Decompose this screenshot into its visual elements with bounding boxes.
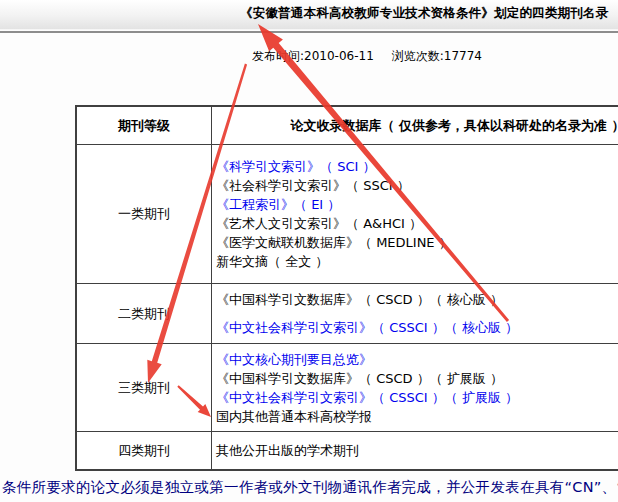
journal-link-sci[interactable]: 《科学引文索引》（ SCI ） [216,157,618,176]
journal-text-ahci: 《艺术人文引文索引》（ A&HCI ） [216,214,618,233]
page-title: 《安徽普通本科高校教师专业技术资格条件》划定的四类期刊名录 [240,5,608,22]
journal-link-cssci-extended[interactable]: 《中文社会科学引文索引》（ CSSCI ）（ 扩展版 ） [216,388,618,407]
journal-text-ssci: 《社会科学引文索引》（ SSCI ） [216,176,618,195]
category-label: 三类期刊 [77,344,212,431]
table-row-category-3: 三类期刊 《中文核心期刊要目总览》 《中国科学引文数据库》（ CSCD ）（ 扩… [77,344,618,432]
header-journal-level: 期刊等级 [77,107,212,144]
journal-text-other-published: 其他公开出版的学术期刊 [216,441,618,460]
publish-date: 发布时间:2010-06-11 [252,49,374,63]
journal-text-medline: 《医学文献联机数据库》（ MEDLINE ） [216,233,618,252]
table-row-category-2: 二类期刊 《中国科学引文数据库》（ CSCD ）（ 核心版 ） 《中文社会科学引… [77,284,618,344]
journal-link-ei[interactable]: 《工程索引》（ EI ） [216,195,618,214]
journal-text-cscd-core: 《中国科学引文数据库》（ CSCD ）（ 核心版 ） [216,286,618,314]
footer-requirement-note: 条件所要求的论文必须是独立或第一作者或外文刊物通讯作者完成，并公开发表在具有“C… [2,477,618,497]
journal-link-core-journal-overview[interactable]: 《中文核心期刊要目总览》 [216,350,618,369]
category-2-entries: 《中国科学引文数据库》（ CSCD ）（ 核心版 ） 《中文社会科学引文索引》（… [212,284,618,343]
journal-text-cscd-extended: 《中国科学引文数据库》（ CSCD ）（ 扩展版 ） [216,369,618,388]
category-label: 一类期刊 [77,145,212,283]
header-database-list: 论文收录数据库（ 仅供参考，具体以科研处的名录为准 ） [212,107,618,144]
category-label: 四类期刊 [77,432,212,469]
header-divider-line [0,31,618,33]
journal-link-cssci-core[interactable]: 《中文社会科学引文索引》（ CSSCI ）（ 核心版 ） [216,314,618,342]
view-count: 浏览次数:17774 [392,49,482,63]
category-4-entries: 其他公开出版的学术期刊 [212,432,618,469]
journal-category-table: 期刊等级 论文收录数据库（ 仅供参考，具体以科研处的名录为准 ） 一类期刊 《科… [75,105,618,471]
category-label: 二类期刊 [77,284,212,343]
page: 《安徽普通本科高校教师专业技术资格条件》划定的四类期刊名录 发布时间:2010-… [0,0,618,502]
category-3-entries: 《中文核心期刊要目总览》 《中国科学引文数据库》（ CSCD ）（ 扩展版 ） … [212,344,618,431]
table-row-category-4: 四类期刊 其他公开出版的学术期刊 [77,432,618,469]
journal-text-xinhua-digest: 新华文摘（ 全文 ） [216,252,618,271]
table-row-category-1: 一类期刊 《科学引文索引》（ SCI ） 《社会科学引文索引》（ SSCI ） … [77,145,618,284]
journal-text-regular-university-journals: 国内其他普通本科高校学报 [216,407,618,426]
category-1-entries: 《科学引文索引》（ SCI ） 《社会科学引文索引》（ SSCI ） 《工程索引… [212,145,618,283]
publish-meta: 发布时间:2010-06-11浏览次数:17774 [252,48,482,65]
table-header-row: 期刊等级 论文收录数据库（ 仅供参考，具体以科研处的名录为准 ） [77,107,618,145]
